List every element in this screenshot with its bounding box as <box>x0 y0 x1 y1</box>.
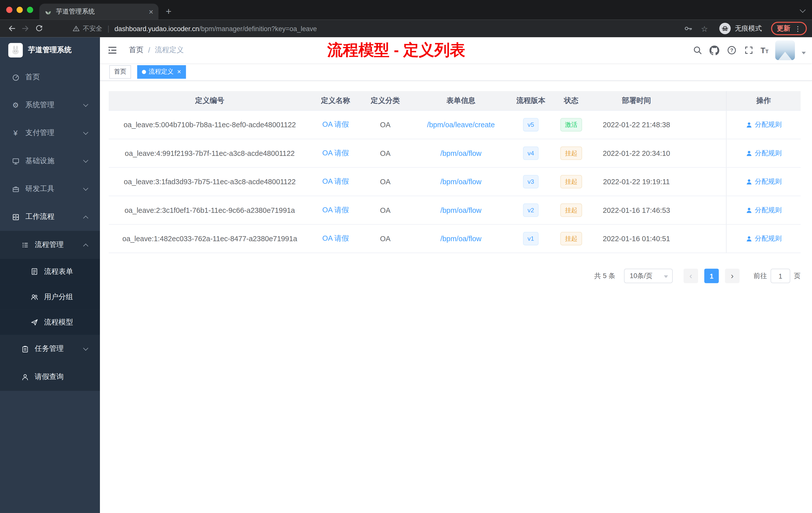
tag-close-icon[interactable]: × <box>177 68 181 75</box>
avatar-chevron-down-icon[interactable] <box>802 52 806 54</box>
breadcrumb-home[interactable]: 首页 <box>129 46 144 55</box>
status-badge: 挂起 <box>560 232 582 245</box>
avatar[interactable] <box>775 40 795 60</box>
toolbox-icon <box>10 185 21 193</box>
sidebar-item-process-mgmt[interactable]: 流程管理 <box>0 231 100 259</box>
breadcrumb: 首页 / 流程定义 <box>129 46 184 55</box>
column-header: 状态 <box>550 91 592 110</box>
assign-rule-link[interactable]: 分配规则 <box>746 234 782 243</box>
cell-definition-category: OA <box>360 196 410 224</box>
table-row: oa_leave:4:991f2193-7b7f-11ec-a3c8-acde4… <box>109 139 801 168</box>
sidebar-item-leave-query[interactable]: 请假查询 <box>0 363 100 391</box>
password-key-icon[interactable] <box>681 22 695 35</box>
current-page-button[interactable]: 1 <box>704 269 719 283</box>
table-header: 定义编号定义名称定义分类表单信息流程版本状态部署时间操作 <box>109 91 801 111</box>
goto-unit-label: 页 <box>794 271 801 280</box>
url-path: /bpm/manager/definition?key=oa_leave <box>199 25 317 32</box>
forward-button[interactable] <box>19 22 32 35</box>
brand-logo <box>8 43 23 58</box>
sidebar-item-infrastructure[interactable]: 基础设施 <box>0 147 100 175</box>
column-header: 定义分类 <box>360 91 410 110</box>
goto-page-input[interactable] <box>771 269 790 283</box>
font-size-icon[interactable]: TT <box>760 47 768 54</box>
search-icon[interactable] <box>692 45 702 55</box>
address-bar[interactable]: dashboard.yudao.iocoder.cn/bpm/manager/d… <box>115 25 317 32</box>
browser-tab-strip: 芋道管理系统 × + <box>0 0 812 20</box>
sidebar-item-workflow[interactable]: 工作流程 <box>0 203 100 231</box>
assign-rule-link[interactable]: 分配规则 <box>746 206 782 215</box>
definition-name-link[interactable]: OA 请假 <box>322 177 349 186</box>
sidebar-item-system-mgmt[interactable]: ⚙系统管理 <box>0 91 100 119</box>
person-icon <box>20 373 30 381</box>
cell-definition-name: OA 请假 <box>311 224 360 252</box>
cell-status: 挂起 <box>550 139 592 167</box>
prev-page-button[interactable]: ‹ <box>684 269 698 283</box>
minimize-window-button[interactable] <box>17 7 23 13</box>
next-page-button[interactable]: › <box>725 269 740 283</box>
page-content: 定义编号定义名称定义分类表单信息流程版本状态部署时间操作 oa_leave:5:… <box>100 81 812 513</box>
column-header: 定义名称 <box>311 91 360 110</box>
help-icon[interactable]: ? <box>726 45 737 55</box>
assign-rule-link[interactable]: 分配规则 <box>746 120 782 129</box>
sidebar-item-dev-tools[interactable]: 研发工具 <box>0 175 100 203</box>
browser-tab[interactable]: 芋道管理系统 × <box>39 3 158 20</box>
sidebar-item-user-group[interactable]: 用户分组 <box>0 284 100 309</box>
site-security-chip[interactable]: 不安全 <box>72 24 103 33</box>
row-spacer <box>680 224 726 252</box>
tab-search-chevron-icon[interactable] <box>800 7 806 13</box>
definition-name-link[interactable]: OA 请假 <box>322 149 349 158</box>
assign-rule-link[interactable]: 分配规则 <box>746 149 782 158</box>
back-button[interactable] <box>5 22 19 35</box>
send-icon <box>29 318 39 326</box>
sidebar-item-home[interactable]: 首页 <box>0 63 100 91</box>
fullscreen-icon[interactable] <box>744 45 754 55</box>
definition-name-link[interactable]: OA 请假 <box>322 206 349 215</box>
sidebar-item-payment-mgmt[interactable]: ¥支付管理 <box>0 119 100 147</box>
user-icon <box>746 121 752 128</box>
sidebar-brand[interactable]: 芋道管理系统 <box>0 37 100 63</box>
github-icon[interactable] <box>709 45 720 55</box>
browser-menu-update-pill[interactable]: 更新 ⋮ <box>771 22 807 35</box>
reload-button[interactable] <box>32 22 46 35</box>
bookmark-star-icon[interactable]: ☆ <box>701 25 708 32</box>
table-row: oa_leave:5:004b710b-7b8a-11ec-8ef0-acde4… <box>109 111 801 139</box>
sidebar-item-task-mgmt[interactable]: 任务管理 <box>0 335 100 363</box>
window-controls <box>6 7 33 13</box>
definition-name-link[interactable]: OA 请假 <box>322 234 349 243</box>
table-row: oa_leave:1:482ec033-762a-11ec-8477-a2380… <box>109 224 801 253</box>
form-link[interactable]: /bpm/oa/leave/create <box>427 121 495 129</box>
tab-close-icon[interactable]: × <box>149 8 153 16</box>
sidebar-item-process-form[interactable]: 流程表单 <box>0 259 100 284</box>
tag-label: 首页 <box>114 67 126 76</box>
form-link[interactable]: /bpm/oa/flow <box>440 177 482 186</box>
assign-rule-link[interactable]: 分配规则 <box>746 177 782 186</box>
zoom-window-button[interactable] <box>27 7 33 13</box>
cell-deploy-time: 2022-01-16 01:40:51 <box>592 224 681 252</box>
tag-home[interactable]: 首页 <box>109 65 131 79</box>
annotation-overlay: 流程模型 - 定义列表 <box>327 40 465 61</box>
status-badge: 挂起 <box>560 147 582 160</box>
cell-definition-id: oa_leave:1:482ec033-762a-11ec-8477-a2380… <box>109 224 311 252</box>
form-link[interactable]: /bpm/oa/flow <box>440 149 482 157</box>
cell-definition-id: oa_leave:5:004b710b-7b8a-11ec-8ef0-acde4… <box>109 111 311 139</box>
cell-form-info: /bpm/oa/flow <box>410 139 512 167</box>
assign-rule-label: 分配规则 <box>755 206 782 215</box>
form-link[interactable]: /bpm/oa/flow <box>440 234 482 243</box>
form-link[interactable]: /bpm/oa/flow <box>440 206 482 214</box>
close-window-button[interactable] <box>6 7 12 13</box>
sidebar-item-label: 系统管理 <box>25 100 84 110</box>
page-size-select[interactable]: 10条/页 <box>624 269 673 283</box>
sidebar-item-label: 工作流程 <box>25 212 84 221</box>
new-tab-button[interactable]: + <box>166 6 172 16</box>
cell-process-version: v2 <box>512 196 550 224</box>
sidebar-item-process-model[interactable]: 流程模型 <box>0 309 100 335</box>
cell-status: 挂起 <box>550 196 592 224</box>
definition-name-link[interactable]: OA 请假 <box>322 120 349 129</box>
sidebar-item-label: 请假查询 <box>35 372 100 382</box>
cell-definition-name: OA 请假 <box>311 111 360 139</box>
user-icon <box>746 207 752 214</box>
cell-deploy-time: 2022-01-22 21:48:38 <box>592 111 681 139</box>
tag-process-definition[interactable]: 流程定义 × <box>137 65 186 79</box>
incognito-icon <box>719 23 731 34</box>
sidebar-collapse-icon[interactable] <box>107 45 117 55</box>
